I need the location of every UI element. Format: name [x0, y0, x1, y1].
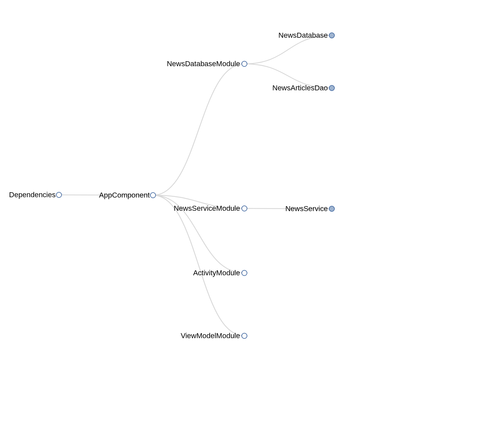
node-circle-newsservicemodule[interactable]: [241, 205, 247, 211]
node-label-dependencies: Dependencies: [9, 191, 56, 199]
node-circle-dependencies[interactable]: [56, 192, 62, 198]
node-circle-newsarticlesdao[interactable]: [329, 85, 335, 91]
node-label-newsdatabasemodule: NewsDatabaseModule: [167, 60, 240, 68]
node-label-newsservice: NewsService: [285, 204, 328, 213]
link-appcomponent-newsdatabasemodule: [153, 64, 244, 195]
node-circle-viewmodelmodule[interactable]: [241, 333, 247, 339]
node-label-viewmodelmodule: ViewModelModule: [181, 332, 240, 340]
links-group: [59, 35, 332, 336]
node-circle-activitymodule[interactable]: [241, 270, 247, 276]
node-circle-newsdatabasemodule[interactable]: [241, 61, 247, 67]
node-label-activitymodule: ActivityModule: [193, 269, 240, 277]
node-circle-newsservice[interactable]: [329, 206, 335, 212]
node-circle-appcomponent[interactable]: [150, 192, 156, 198]
node-circle-newsdatabase[interactable]: [329, 32, 335, 38]
node-label-newsarticlesdao: NewsArticlesDao: [273, 84, 328, 92]
node-label-newsservicemodule: NewsServiceModule: [174, 204, 240, 213]
link-appcomponent-viewmodelmodule: [153, 195, 244, 336]
node-label-appcomponent: AppComponent: [99, 191, 150, 200]
tree-diagram-svg: [0, 0, 500, 448]
node-label-newsdatabase: NewsDatabase: [278, 31, 328, 40]
